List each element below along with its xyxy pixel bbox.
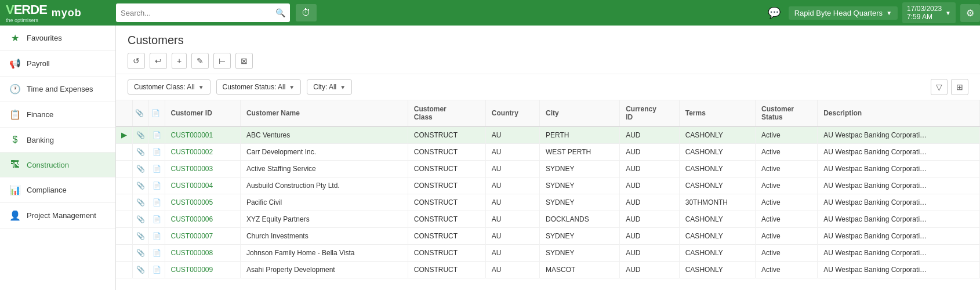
col-doc: 📄 — [148, 100, 165, 126]
customer-id-link[interactable]: CUST000002 — [171, 148, 213, 156]
col-customer-status[interactable]: CustomerStatus — [756, 100, 818, 126]
col-attach: 📎 — [132, 100, 148, 126]
col-customer-id[interactable]: Customer ID — [165, 100, 240, 126]
search-box[interactable]: 🔍 — [116, 3, 290, 22]
customer-id-link[interactable]: CUST000001 — [171, 131, 213, 139]
row-attach-cell: 📎 — [132, 161, 148, 177]
sidebar-item-time-and-expenses[interactable]: 🕐 Time and Expenses — [0, 77, 115, 102]
customer-status-filter[interactable]: Customer Status: All ▼ — [216, 79, 302, 95]
filter-icons: ▽ ⊞ — [931, 79, 968, 95]
sidebar-item-compliance[interactable]: 📊 Compliance — [0, 177, 115, 203]
row-customer-id[interactable]: CUST000001 — [165, 126, 240, 144]
table-row[interactable]: 📎 📄 CUST000008 Johnson Family Home - Bel… — [116, 245, 980, 262]
row-customer-id[interactable]: CUST000006 — [165, 211, 240, 228]
document-icon: 📄 — [153, 198, 161, 206]
sidebar-item-payroll[interactable]: 📢 Payroll — [0, 51, 115, 77]
row-customer-id[interactable]: CUST000002 — [165, 144, 240, 161]
sidebar-item-finance[interactable]: 📋 Finance — [0, 102, 115, 128]
toolbar-refresh-button[interactable]: ↺ — [128, 53, 145, 69]
customer-id-link[interactable]: CUST000003 — [171, 165, 213, 173]
sidebar-item-favourites[interactable]: ★ Favourites — [0, 26, 115, 51]
row-arrow-cell — [116, 262, 132, 278]
table-row[interactable]: 📎 📄 CUST000002 Carr Development Inc. CON… — [116, 144, 980, 161]
table-row[interactable]: 📎 📄 CUST000007 Church Investments CONSTR… — [116, 228, 980, 245]
col-customer-name[interactable]: Customer Name — [240, 100, 408, 126]
row-customer-name: ABC Ventures — [240, 126, 408, 144]
attachment-icon: 📎 — [136, 165, 145, 173]
banking-icon: $ — [9, 135, 21, 145]
row-city: MASCOT — [540, 262, 620, 278]
row-currency: AUD — [620, 262, 680, 278]
customer-id-link[interactable]: CUST000005 — [171, 198, 213, 206]
row-customer-id[interactable]: CUST000003 — [165, 161, 240, 177]
datetime-chevron-icon: ▼ — [945, 10, 951, 16]
row-description: AU Westpac Banking Corporatio... — [818, 262, 980, 278]
org-selector[interactable]: Rapid Byte Head Quarters ▼ — [789, 6, 898, 20]
row-currency: AUD — [620, 194, 680, 211]
row-customer-name: Asahi Property Development — [240, 262, 408, 278]
table-header-row: 📎 📄 Customer ID Customer Name CustomerCl… — [116, 100, 980, 126]
col-customer-class[interactable]: CustomerClass — [408, 100, 485, 126]
col-currency-id[interactable]: CurrencyID — [620, 100, 680, 126]
toolbar-merge-button[interactable]: ⊢ — [213, 53, 231, 69]
table-row[interactable]: 📎 📄 CUST000005 Pacific Civil CONSTRUCT A… — [116, 194, 980, 211]
toolbar: ↺ ↩ + ✎ ⊢ ⊠ — [128, 53, 968, 69]
table-row[interactable]: ▶ 📎 📄 CUST000001 ABC Ventures CONSTRUCT … — [116, 126, 980, 144]
row-currency: AUD — [620, 177, 680, 194]
row-customer-id[interactable]: CUST000004 — [165, 177, 240, 194]
customer-id-link[interactable]: CUST000007 — [171, 232, 213, 240]
toolbar-delete-button[interactable]: ⊠ — [235, 53, 253, 69]
row-arrow-cell: ▶ — [116, 126, 132, 144]
row-customer-id[interactable]: CUST000005 — [165, 194, 240, 211]
toolbar-add-button[interactable]: + — [172, 53, 187, 69]
row-country: AU — [485, 245, 539, 262]
row-customer-id[interactable]: CUST000007 — [165, 228, 240, 245]
nav-refresh-button[interactable]: ⏱ — [296, 4, 317, 21]
city-filter[interactable]: City: All ▼ — [307, 79, 352, 95]
customer-id-link[interactable]: CUST000009 — [171, 266, 213, 274]
columns-button[interactable]: ⊞ — [951, 79, 968, 95]
table-row[interactable]: 📎 📄 CUST000006 XYZ Equity Partners CONST… — [116, 211, 980, 228]
date-time-selector[interactable]: 17/03/2023 7:59 AM ▼ — [902, 2, 956, 23]
table-row[interactable]: 📎 📄 CUST000009 Asahi Property Developmen… — [116, 262, 980, 278]
customer-id-link[interactable]: CUST000008 — [171, 249, 213, 257]
col-city[interactable]: City — [540, 100, 620, 126]
sidebar-item-label: Compliance — [27, 186, 67, 194]
row-customer-name: Active Staffing Service — [240, 161, 408, 177]
sidebar-item-project-management[interactable]: 👤 Project Management — [0, 203, 115, 229]
col-terms[interactable]: Terms — [679, 100, 755, 126]
document-icon: 📄 — [153, 131, 161, 139]
col-description[interactable]: Description — [818, 100, 980, 126]
row-doc-cell: 📄 — [148, 245, 165, 262]
attachment-icon: 📎 — [136, 182, 145, 190]
row-customer-class: CONSTRUCT — [408, 228, 485, 245]
row-customer-class: CONSTRUCT — [408, 194, 485, 211]
row-city: PERTH — [540, 126, 620, 144]
row-doc-cell: 📄 — [148, 177, 165, 194]
sidebar-item-banking[interactable]: $ Banking — [0, 128, 115, 153]
row-country: AU — [485, 144, 539, 161]
advanced-filter-button[interactable]: ▽ — [931, 79, 948, 95]
row-terms: CASHONLY — [679, 262, 755, 278]
table-row[interactable]: 📎 📄 CUST000003 Active Staffing Service C… — [116, 161, 980, 177]
row-doc-cell: 📄 — [148, 194, 165, 211]
row-attach-cell: 📎 — [132, 262, 148, 278]
messages-icon-button[interactable]: 💬 — [762, 3, 786, 23]
row-status: Active — [756, 262, 818, 278]
table-row[interactable]: 📎 📄 CUST000004 Ausbuild Construction Pty… — [116, 177, 980, 194]
row-customer-id[interactable]: CUST000009 — [165, 262, 240, 278]
row-city: SYDNEY — [540, 228, 620, 245]
toolbar-edit-button[interactable]: ✎ — [191, 53, 209, 69]
search-input[interactable] — [121, 9, 275, 17]
sidebar-item-construction[interactable]: 🏗 Construction — [0, 153, 115, 177]
row-terms: CASHONLY — [679, 177, 755, 194]
customer-id-link[interactable]: CUST000006 — [171, 215, 213, 223]
row-customer-id[interactable]: CUST000008 — [165, 245, 240, 262]
col-country[interactable]: Country — [485, 100, 539, 126]
settings-button[interactable]: ⚙ — [960, 4, 980, 22]
row-customer-name: Ausbuild Construction Pty Ltd. — [240, 177, 408, 194]
customer-class-filter[interactable]: Customer Class: All ▼ — [128, 79, 210, 95]
customer-id-link[interactable]: CUST000004 — [171, 182, 213, 190]
toolbar-undo-button[interactable]: ↩ — [150, 53, 167, 69]
row-attach-cell: 📎 — [132, 177, 148, 194]
